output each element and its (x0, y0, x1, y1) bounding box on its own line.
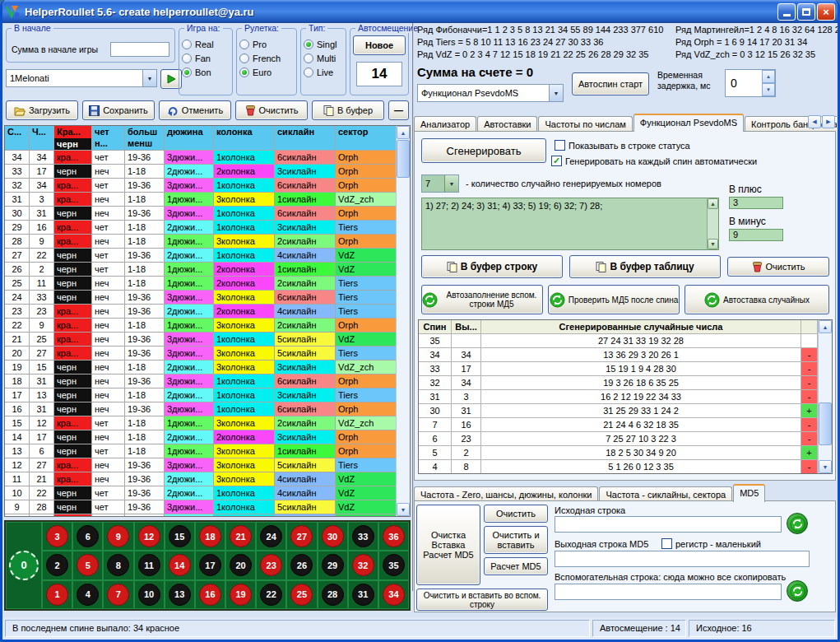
board-cell-1[interactable]: 1 (42, 580, 72, 609)
board-cell-19[interactable]: 19 (225, 580, 256, 609)
board-cell-7[interactable]: 7 (103, 580, 133, 609)
history-row[interactable]: 136чернчет1-181дюжи...3колонка1сиклайнOr… (5, 444, 397, 458)
toolbar-button-brush[interactable]: Очистить (235, 100, 308, 120)
radio-option-singl[interactable]: Singl (304, 40, 343, 49)
board-cell-17[interactable]: 17 (195, 551, 225, 579)
history-header-cell[interactable]: сектор (336, 126, 397, 151)
mode-combo[interactable]: Функционал PsevdoMS ▼ (417, 84, 564, 102)
radio-option-pro[interactable]: Pro (239, 40, 294, 49)
history-header-cell[interactable]: дюжина (165, 126, 214, 151)
board-cell-2[interactable]: 2 (42, 551, 72, 579)
autospin-start-button[interactable]: Автоспин старт (572, 72, 649, 95)
md5-source-refresh-button[interactable] (787, 513, 808, 534)
history-row[interactable]: 1713черннеч1-182дюжи...1колонка3сиклайнT… (5, 388, 397, 402)
radio-option-live[interactable]: Live (304, 67, 343, 77)
main-tab-4[interactable]: Функционал PsevdoMS (633, 114, 744, 132)
count-combo[interactable]: 7 ▼ (421, 174, 459, 193)
tab-scroll-right-icon[interactable]: ▶ (822, 115, 835, 128)
board-cell-28[interactable]: 28 (318, 580, 348, 609)
history-row[interactable]: 819кра...неч19-362дюжи...1колонка4сиклай… (5, 514, 397, 517)
radio-option-fan[interactable]: Fan (182, 54, 230, 63)
md5-clear-button[interactable]: Очистить (484, 505, 548, 523)
checkbox-lowercase[interactable]: регистр - маленький (661, 538, 761, 549)
start-sum-input[interactable] (110, 42, 169, 57)
md5-helper-refresh-button[interactable] (787, 580, 808, 602)
chevron-down-icon[interactable]: ▼ (444, 175, 458, 192)
board-cell-20[interactable]: 20 (225, 551, 256, 579)
board-cell-13[interactable]: 13 (165, 580, 195, 609)
md5-helper-input[interactable] (555, 584, 782, 600)
board-cell-5[interactable]: 5 (72, 551, 103, 579)
check-md5-button[interactable]: Проверить МД5 после спина (548, 285, 680, 314)
history-row[interactable]: 1121кра...неч19-362дюжи...3колонка4сикла… (5, 472, 397, 486)
board-cell-30[interactable]: 30 (318, 522, 348, 551)
scroll-down-icon[interactable]: ▼ (819, 460, 832, 473)
checkbox-show-status[interactable]: Показывать в строке статуса (555, 140, 690, 151)
close-button[interactable]: × (817, 3, 835, 21)
autobet-random-button[interactable]: Автоставка случайных (685, 285, 829, 314)
history-scrollbar[interactable]: ▲ ▼ (396, 126, 410, 516)
board-cell-10[interactable]: 10 (134, 580, 165, 609)
history-row[interactable]: 3234кра...чет19-363дюжи...1колонка6сикла… (5, 179, 397, 193)
board-cell-4[interactable]: 4 (72, 580, 103, 609)
board-cell-14[interactable]: 14 (165, 551, 195, 579)
history-scroll-thumb[interactable] (397, 140, 410, 178)
radio-option-bon[interactable]: Bon (182, 67, 230, 77)
history-row[interactable]: 3434кра...чет19-363дюжи...1колонка6сикла… (5, 151, 397, 165)
spin-table-row[interactable]: 6237 25 27 10 3 22 3- (419, 432, 818, 446)
board-cell-6[interactable]: 6 (72, 522, 103, 551)
board-cell-16[interactable]: 16 (195, 580, 225, 609)
new-button[interactable]: Новое (353, 35, 406, 55)
toolbar-button-open[interactable]: Загрузить (6, 100, 78, 120)
spin-table-row[interactable]: 31316 2 12 19 22 34 33- (419, 390, 818, 404)
board-cell-35[interactable]: 35 (378, 551, 409, 579)
history-row[interactable]: 1227кра...неч19-363дюжи...3колонка5сикла… (5, 458, 397, 472)
spin-table-row[interactable]: 323419 3 26 18 6 35 25- (419, 376, 818, 390)
main-tab-2[interactable]: Автоставки (477, 116, 537, 132)
spin-scroll-thumb[interactable] (819, 402, 832, 445)
history-row[interactable]: 1915черннеч1-182дюжи...3колонка3сиклайнV… (5, 361, 397, 374)
scroll-down-icon[interactable]: ▼ (397, 503, 410, 516)
board-cell-15[interactable]: 15 (165, 522, 195, 551)
board-cell-3[interactable]: 3 (42, 522, 72, 551)
md5-clear-paste-helper-button[interactable]: Очистить и вставить во вспом. строку (416, 588, 548, 611)
generated-numbers-area[interactable]: 1) 27; 2) 24; 3) 31; 4) 33; 5) 19; 6) 32… (421, 198, 719, 250)
spin-table-row[interactable]: 3527 24 31 33 19 32 28 (419, 334, 818, 348)
toolbar-button-undo[interactable]: Отменить (159, 100, 231, 120)
history-header-cell[interactable]: сиклайн (275, 126, 336, 151)
chevron-down-icon[interactable]: ▼ (142, 70, 156, 86)
freq-tab-3[interactable]: MD5 (733, 484, 765, 502)
generate-button[interactable]: Сгенерировать (421, 138, 546, 163)
board-cell-25[interactable]: 25 (286, 580, 317, 609)
history-header-cell[interactable]: большменш (125, 126, 165, 151)
board-cell-9[interactable]: 9 (103, 522, 133, 551)
spin-table-row[interactable]: 331715 19 1 9 4 28 30- (419, 362, 818, 376)
toolbar-button-copy[interactable]: В буфер (312, 100, 384, 120)
collapse-button[interactable]: — (388, 100, 409, 120)
board-cell-32[interactable]: 32 (348, 551, 378, 579)
scroll-up-icon[interactable]: ▲ (819, 320, 832, 333)
history-row[interactable]: 1417черннеч1-182дюжи...2колонка3сиклайнO… (5, 430, 397, 444)
board-cell-21[interactable]: 21 (225, 522, 256, 551)
radio-option-french[interactable]: French (239, 54, 294, 63)
preset-combo[interactable]: 1Melonati ▼ (6, 69, 157, 87)
board-cell-8[interactable]: 8 (103, 551, 133, 579)
history-header-cell[interactable]: Ч... (30, 126, 54, 151)
board-cell-36[interactable]: 36 (378, 522, 409, 551)
history-row[interactable]: 2722чернчет19-362дюжи...1колонка4сиклайн… (5, 249, 397, 263)
history-row[interactable]: 2433черннеч19-363дюжи...3колонка6сиклайн… (5, 291, 397, 305)
board-cell-33[interactable]: 33 (348, 522, 378, 551)
board-cell-12[interactable]: 12 (134, 522, 165, 551)
spin-table-row[interactable]: 303131 25 29 33 1 24 2+ (419, 404, 818, 418)
history-header-cell[interactable]: колонка (214, 126, 275, 151)
spin-down-icon[interactable]: ▼ (762, 83, 775, 96)
spin-table-row[interactable]: 5218 2 5 30 34 9 20+ (419, 446, 818, 460)
board-cell-29[interactable]: 29 (318, 551, 348, 579)
radio-option-euro[interactable]: Euro (239, 67, 294, 77)
board-cell-24[interactable]: 24 (256, 522, 286, 551)
board-cell-18[interactable]: 18 (195, 522, 225, 551)
radio-option-real[interactable]: Real (182, 40, 230, 49)
history-header-cell[interactable]: четн... (92, 126, 125, 151)
history-row[interactable]: 1512кра...чет1-181дюжи...3колонка2сиклай… (5, 416, 397, 430)
board-cell-34[interactable]: 34 (378, 580, 409, 609)
